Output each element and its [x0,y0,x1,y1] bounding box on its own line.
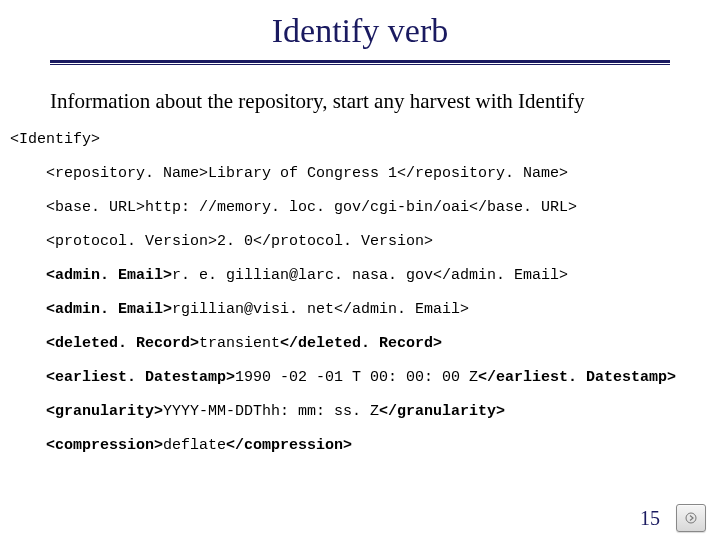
page-number: 15 [640,507,660,530]
xml-value: YYYY-MM-DDThh: mm: ss. Z [163,403,379,420]
code-line: <compression>deflate</compression> [10,438,720,472]
xml-value: rgillian@visi. net [172,301,334,318]
xml-tag-close: </admin. Email> [433,267,568,284]
code-line: <base. URL>http: //memory. loc. gov/cgi-… [10,200,720,234]
xml-tag-open: <admin. Email> [46,301,172,318]
xml-tag-open: <base. URL> [46,199,145,216]
code-open-tag: <Identify> [10,132,720,166]
xml-tag-open: <earliest. Datestamp> [46,369,235,386]
xml-value: http: //memory. loc. gov/cgi-bin/oai [145,199,469,216]
next-slide-button[interactable] [676,504,706,532]
xml-value: 1990 -02 -01 T 00: 00: 00 Z [235,369,478,386]
xml-tag-open: <granularity> [46,403,163,420]
code-line: <repository. Name>Library of Congress 1<… [10,166,720,200]
code-line: <deleted. Record>transient</deleted. Rec… [10,336,720,370]
xml-tag-open: <repository. Name> [46,165,208,182]
xml-value: Library of Congress 1 [208,165,397,182]
code-block: <Identify> <repository. Name>Library of … [0,132,720,472]
xml-value: transient [199,335,280,352]
xml-tag-close: </granularity> [379,403,505,420]
xml-value: deflate [163,437,226,454]
xml-tag-close: </protocol. Version> [253,233,433,250]
slide-title: Identify verb [0,0,720,60]
xml-value: r. e. gillian@larc. nasa. gov [172,267,433,284]
code-line: <granularity>YYYY-MM-DDThh: mm: ss. Z</g… [10,404,720,438]
xml-value: 2. 0 [217,233,253,250]
xml-tag-close: </compression> [226,437,352,454]
slide-subtitle: Information about the repository, start … [0,65,720,132]
code-line: <earliest. Datestamp>1990 -02 -01 T 00: … [10,370,720,404]
xml-tag-close: </admin. Email> [334,301,469,318]
svg-point-0 [686,513,696,523]
code-line: <admin. Email>r. e. gillian@larc. nasa. … [10,268,720,302]
xml-tag-close: </base. URL> [469,199,577,216]
xml-tag-open: <compression> [46,437,163,454]
xml-tag-open: <protocol. Version> [46,233,217,250]
xml-tag-open: <deleted. Record> [46,335,199,352]
xml-tag-close: </deleted. Record> [280,335,442,352]
xml-tag-open: <admin. Email> [46,267,172,284]
chevron-right-icon [685,512,697,524]
code-line: <admin. Email>rgillian@visi. net</admin.… [10,302,720,336]
xml-tag-close: </repository. Name> [397,165,568,182]
footer: 15 [640,504,706,532]
xml-tag-close: </earliest. Datestamp> [478,369,676,386]
code-line: <protocol. Version>2. 0</protocol. Versi… [10,234,720,268]
